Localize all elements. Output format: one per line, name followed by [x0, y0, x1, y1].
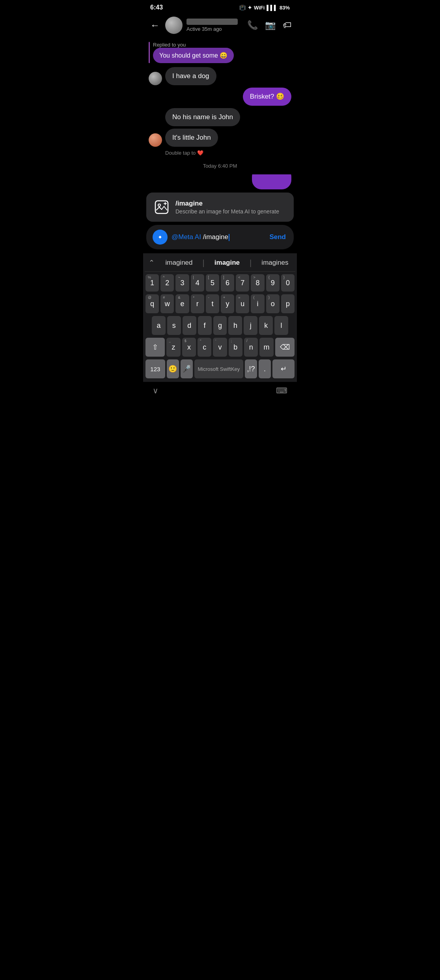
bluetooth-icon: ✦: [248, 5, 252, 11]
key-i[interactable]: (i: [251, 294, 264, 313]
key-8[interactable]: >8: [251, 274, 264, 292]
number-row: %1 ^2 ~3 |4 [5 ]6 <7 >8 {9 }0: [145, 273, 295, 292]
battery-icon: 83%: [280, 5, 290, 11]
imagine-suggestion[interactable]: /imagine Describe an image for Meta AI t…: [146, 193, 294, 222]
meta-ai-tag: @Meta AI: [172, 233, 201, 241]
key-3[interactable]: ~3: [175, 274, 189, 292]
message-input[interactable]: @Meta AI /imagine: [172, 233, 264, 241]
message-row: Brisket? 🥴: [149, 88, 291, 106]
key-s[interactable]: s: [167, 316, 181, 335]
key-5[interactable]: [5: [206, 274, 219, 292]
key-o[interactable]: )o: [266, 294, 280, 313]
keyboard: ⌃ imagined | imagine | imagines %1 ^2 ~3…: [143, 253, 297, 382]
contact-avatar[interactable]: [165, 17, 183, 34]
autocomplete-word-3[interactable]: imagines: [257, 257, 292, 268]
key-4[interactable]: |4: [191, 274, 204, 292]
key-k[interactable]: k: [259, 316, 273, 335]
avatar-image: [165, 17, 183, 34]
message-bubble[interactable]: No his name is John: [165, 108, 240, 126]
header-actions: 📞 📷 🏷: [247, 20, 291, 30]
wifi-icon: WiFi: [254, 5, 265, 11]
key-m[interactable]: m: [259, 338, 273, 357]
key-u[interactable]: =u: [236, 294, 249, 313]
video-icon[interactable]: 📷: [265, 20, 276, 30]
contact-name[interactable]: [186, 19, 238, 25]
key-n[interactable]: /n: [244, 338, 258, 357]
key-y[interactable]: +y: [221, 294, 234, 313]
autocomplete-word-1[interactable]: imagined: [162, 257, 197, 268]
emoji-key[interactable]: 🙂: [167, 359, 179, 378]
partial-message: [252, 174, 291, 189]
divider: |: [250, 258, 252, 267]
switch-numbers-key[interactable]: 123: [145, 359, 165, 378]
message-bubble[interactable]: I have a dog: [165, 67, 216, 85]
key-9[interactable]: {9: [266, 274, 280, 292]
key-j[interactable]: j: [244, 316, 257, 335]
timestamp: Today 6:40 PM: [149, 163, 291, 169]
chat-header: ← Active 35m ago 📞 📷 🏷: [143, 13, 297, 39]
key-w[interactable]: #w: [160, 294, 174, 313]
key-t[interactable]: -t: [206, 294, 219, 313]
send-button[interactable]: Send: [268, 233, 287, 241]
key-6[interactable]: ]6: [221, 274, 234, 292]
key-q[interactable]: @q: [145, 294, 159, 313]
key-e[interactable]: &e: [175, 294, 189, 313]
key-x[interactable]: $x: [182, 338, 196, 357]
key-c[interactable]: "c: [198, 338, 211, 357]
message-input-bar: @Meta AI /imagine Send: [146, 225, 294, 249]
reply-bar: [149, 42, 150, 63]
reply-content: Replied to you You should get some 😄: [153, 42, 234, 63]
replied-to-label: Replied to you: [153, 42, 234, 48]
phone-icon[interactable]: 📞: [247, 20, 258, 30]
zxcv-row: ⇧ _z $x "c 'v ;b /n m ⌫: [145, 337, 295, 357]
asdf-row: a s d f g h j k l: [145, 315, 295, 336]
message-bubble[interactable]: It's little John: [165, 129, 218, 147]
hide-keyboard-icon[interactable]: ∨: [153, 386, 158, 395]
svg-rect-0: [155, 201, 168, 213]
autocomplete-word-2[interactable]: imagine: [211, 257, 244, 268]
shift-key[interactable]: ⇧: [145, 338, 165, 357]
key-h[interactable]: h: [228, 316, 242, 335]
text-cursor: [229, 234, 229, 241]
key-1[interactable]: %1: [145, 274, 159, 292]
reply-context: Replied to you You should get some 😄: [149, 42, 291, 63]
key-r[interactable]: *r: [191, 294, 204, 313]
contact-status: Active 35m ago: [186, 26, 243, 32]
meta-ai-button[interactable]: [153, 230, 168, 245]
keyboard-switcher-icon[interactable]: ⌨: [276, 386, 287, 395]
message-row: No his name is John: [149, 108, 291, 126]
return-key[interactable]: ↵: [272, 359, 295, 378]
divider: |: [203, 258, 205, 267]
key-z[interactable]: _z: [166, 338, 180, 357]
period-key[interactable]: .: [259, 359, 271, 378]
backspace-key[interactable]: ⌫: [275, 338, 295, 357]
key-7[interactable]: <7: [236, 274, 249, 292]
key-2[interactable]: ^2: [160, 274, 174, 292]
comma-key[interactable]: ,!?: [245, 359, 257, 378]
contact-info: Active 35m ago: [186, 19, 243, 32]
key-d[interactable]: d: [183, 316, 196, 335]
imagine-icon: [153, 199, 170, 215]
key-g[interactable]: g: [213, 316, 227, 335]
autocomplete-chevron[interactable]: ⌃: [145, 258, 158, 267]
key-b[interactable]: ;b: [229, 338, 242, 357]
key-f[interactable]: f: [198, 316, 212, 335]
key-a[interactable]: a: [152, 316, 166, 335]
autocomplete-words: imagined | imagine | imagines: [158, 257, 295, 268]
key-0[interactable]: }0: [281, 274, 295, 292]
message-bubble[interactable]: Brisket? 🥴: [243, 88, 291, 106]
qwerty-row: @q #w &e *r -t +y =u (i )o p: [145, 294, 295, 314]
signal-icon: ▌▌▌: [267, 5, 278, 11]
key-p[interactable]: p: [281, 294, 295, 313]
status-time: 6:43: [150, 4, 163, 11]
input-command: /imagine: [201, 233, 228, 241]
label-icon[interactable]: 🏷: [283, 20, 291, 30]
bottom-navigation: ∨ ⌨: [143, 382, 297, 402]
back-button[interactable]: ←: [149, 18, 161, 32]
key-v[interactable]: 'v: [213, 338, 227, 357]
replied-message: You should get some 😄: [153, 48, 234, 63]
microphone-key[interactable]: 🎤: [181, 359, 193, 378]
chat-area: Replied to you You should get some 😄 I h…: [143, 39, 297, 193]
space-key[interactable]: Microsoft SwiftKey: [194, 359, 243, 378]
key-l[interactable]: l: [274, 316, 288, 335]
